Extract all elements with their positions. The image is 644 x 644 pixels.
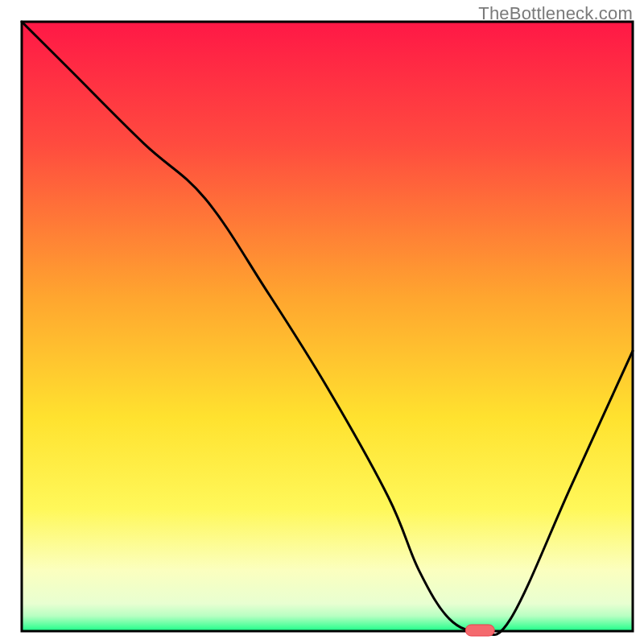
chart-stage: TheBottleneck.com [0, 0, 644, 644]
bottleneck-plot [0, 0, 644, 644]
sweet-spot-marker [465, 625, 494, 636]
